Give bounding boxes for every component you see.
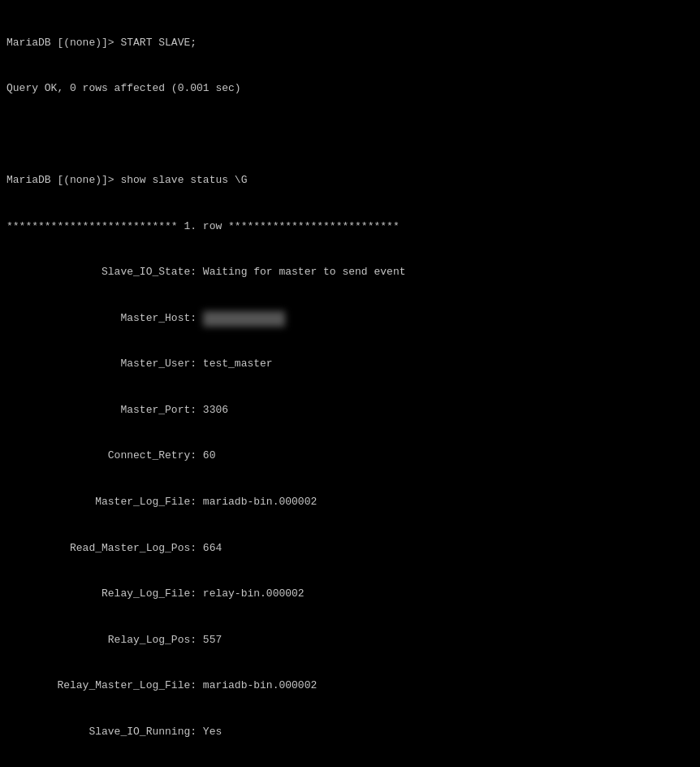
line-6: Slave_IO_State: Waiting for master to se… bbox=[6, 265, 694, 280]
master-host-redacted: 192.168.1.100 bbox=[203, 311, 285, 327]
line-2: Query OK, 0 rows affected (0.001 sec) bbox=[6, 81, 694, 97]
line-12: Read_Master_Log_Pos: 664 bbox=[6, 541, 694, 557]
line-13: Relay_Log_File: relay-bin.000002 bbox=[6, 587, 694, 602]
line-8: Master_User: test_master bbox=[6, 357, 694, 372]
line-4: MariaDB [(none)]> show slave status \G bbox=[6, 173, 694, 188]
line-9: Master_Port: 3306 bbox=[6, 403, 694, 418]
line-1: MariaDB [(none)]> START SLAVE; bbox=[6, 36, 694, 51]
line-14: Relay_Log_Pos: 557 bbox=[6, 633, 694, 648]
line-15: Relay_Master_Log_File: mariadb-bin.00000… bbox=[6, 678, 694, 694]
line-5: *************************** 1. row *****… bbox=[6, 219, 694, 235]
line-10: Connect_Retry: 60 bbox=[6, 448, 694, 464]
line-7: Master_Host: 192.168.1.100 bbox=[6, 311, 694, 327]
line-3 bbox=[6, 128, 694, 143]
line-16: Slave_IO_Running: Yes bbox=[6, 725, 694, 740]
line-11: Master_Log_File: mariadb-bin.000002 bbox=[6, 495, 694, 510]
terminal-output: MariaDB [(none)]> START SLAVE; Query OK,… bbox=[6, 5, 694, 767]
